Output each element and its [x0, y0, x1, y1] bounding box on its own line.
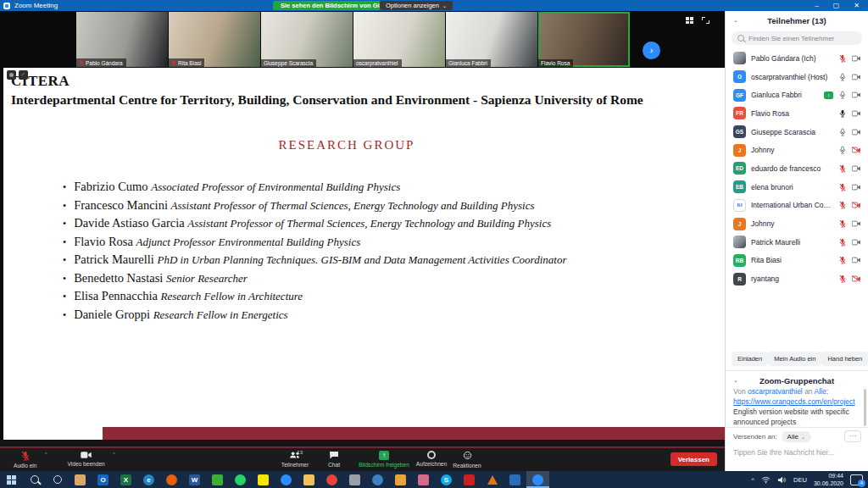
taskbar-app-chrome[interactable] — [320, 471, 343, 488]
chat-more-button[interactable]: ⋯ — [844, 430, 861, 442]
taskbar-app-sticky-notes[interactable] — [389, 471, 412, 488]
send-to-select[interactable]: Alle⌄ — [782, 431, 811, 442]
participant-row[interactable]: GF Gianluca Fabbri ↑ — [726, 86, 868, 104]
app-tile-icon — [372, 474, 383, 485]
maximize-button[interactable]: ▢ — [833, 0, 840, 11]
taskbar-app-kakaotalk[interactable] — [252, 471, 275, 488]
minimize-button[interactable]: – — [815, 0, 818, 11]
leave-button[interactable]: Verlassen — [670, 452, 717, 466]
taskbar-app-vlc[interactable] — [481, 471, 504, 488]
participant-row[interactable]: FR Flavio Rosa — [726, 104, 868, 123]
app-tile-icon — [532, 474, 543, 485]
video-tile[interactable]: Pablo Gándara — [76, 12, 168, 67]
taskbar-app-pdf[interactable] — [458, 471, 481, 488]
video-tile[interactable]: Giuseppe Scarascia — [261, 12, 353, 67]
taskbar-app-zoom[interactable] — [526, 471, 549, 488]
meeting-info-icon[interactable] — [7, 70, 16, 80]
taskbar-app-file-explorer[interactable] — [298, 471, 320, 488]
encryption-shield-icon[interactable]: ✓ — [19, 70, 28, 80]
collapse-chevron-icon[interactable]: ⌄ — [733, 17, 738, 24]
collapse-chevron-icon[interactable]: ⌄ — [733, 377, 738, 384]
taskbar-app-start[interactable] — [0, 471, 23, 488]
avatar: FR — [733, 107, 746, 119]
meeting-toolbar: ^ Audio ein ^ Video beenden — [0, 448, 725, 471]
taskbar-app-paint[interactable] — [412, 471, 435, 488]
app-tile-icon — [464, 474, 475, 485]
network-icon[interactable] — [761, 472, 771, 487]
chat-message-input[interactable]: Tippen Sie Ihre Nachricht hier... — [733, 448, 860, 457]
toolbar-button[interactable]: Reaktionen — [448, 448, 486, 471]
video-tile[interactable]: Flavio Rosa — [538, 12, 630, 67]
taskbar-app-skype[interactable]: S — [435, 471, 458, 488]
participant-row[interactable]: GS Giuseppe Scarascia — [726, 123, 868, 141]
taskbar-app-whatsapp[interactable] — [229, 471, 252, 488]
chat-scrollbar[interactable] — [864, 389, 866, 426]
participant-row[interactable]: RB Rita Biasi — [726, 252, 868, 270]
video-tile-label: Rita Biasi — [169, 58, 204, 67]
tray-chevron-icon[interactable]: ^ — [751, 476, 754, 484]
panel-action-button[interactable]: Hand heben — [821, 352, 868, 366]
participant-row[interactable]: ED eduardo de francesco — [726, 159, 868, 178]
mic-muted-icon — [839, 183, 846, 191]
toolbar-button[interactable]: Aufzeichnen — [415, 448, 448, 471]
fullscreen-icon[interactable] — [702, 17, 709, 24]
chevron-up-icon[interactable]: ^ — [113, 452, 115, 457]
window-titlebar: Zoom Meeting Sie sehen den Bildschirm vo… — [0, 0, 868, 11]
avatar — [733, 236, 746, 248]
participant-row[interactable]: J Johnny — [726, 141, 868, 159]
participant-row[interactable]: O oscarpratvanthiel (Host) — [726, 68, 868, 86]
taskbar-app-outlook[interactable]: O — [92, 471, 114, 488]
toolbar-button[interactable]: 13 Teilnehmer — [275, 448, 314, 471]
video-tile[interactable]: Rita Biasi — [169, 12, 260, 67]
options-button[interactable]: Optionen anzeigen⌄ — [380, 1, 453, 10]
participant-row[interactable]: J Johnny — [726, 214, 868, 233]
taskbar-app-excel[interactable]: X — [114, 471, 137, 488]
taskbar-app-edge[interactable]: e — [137, 471, 160, 488]
taskbar-app-gray-app[interactable] — [343, 471, 366, 488]
action-center-icon[interactable]: 4 — [850, 474, 863, 485]
camera-off-icon — [852, 275, 860, 282]
speaker-icon[interactable] — [777, 472, 787, 487]
gallery-view-icon[interactable] — [686, 17, 693, 24]
chevron-up-icon[interactable]: ^ — [45, 452, 47, 457]
toolbar-button[interactable]: ^ Audio ein — [14, 448, 37, 471]
toolbar-left-group: ^ Audio ein ^ Video beenden — [14, 448, 105, 471]
taskbar-app-cortana[interactable] — [46, 471, 69, 488]
app-tile-icon — [258, 474, 269, 485]
mic-muted-icon — [171, 59, 176, 66]
app-tile-icon: O — [97, 474, 108, 485]
participant-row[interactable]: IU International Urban Cooperation ... — [726, 197, 868, 215]
participant-row[interactable]: R ryantang — [726, 269, 868, 288]
taskbar-clock[interactable]: 09:44 30.06.2020 — [814, 472, 843, 487]
taskbar-app-wechat[interactable] — [206, 471, 229, 488]
mic-active-icon — [839, 109, 846, 118]
reactions-icon — [463, 451, 472, 461]
participant-row[interactable]: EB elena brunori — [726, 178, 868, 197]
toolbar-button[interactable]: ↑ Bildschirm freigeben — [353, 448, 415, 471]
taskbar-app-firefox[interactable] — [160, 471, 183, 488]
app-tile-icon — [395, 474, 406, 485]
slide-letterbox — [0, 440, 725, 448]
video-tile[interactable]: Gianluca Fabbri — [446, 12, 537, 67]
taskbar-app-globe[interactable] — [366, 471, 389, 488]
video-tile[interactable]: oscarpratvanthiel — [353, 12, 445, 67]
participant-search-input[interactable]: Finden Sie einen Teilnehmer — [732, 31, 862, 45]
taskbar-app-word[interactable]: W — [183, 471, 206, 488]
next-page-button[interactable]: › — [643, 42, 660, 59]
taskbar-app-photos[interactable] — [504, 471, 526, 488]
taskbar-app-store[interactable] — [69, 471, 92, 488]
chat-link[interactable]: https://www.orangecds.com/en/project — [733, 397, 855, 406]
close-button[interactable]: ✕ — [854, 0, 860, 11]
taskbar-app-search[interactable] — [23, 471, 46, 488]
panel-action-button[interactable]: Mein Audio ein — [768, 352, 821, 366]
language-indicator[interactable]: DEU — [793, 476, 807, 484]
camera-off-icon — [852, 202, 860, 208]
participant-row[interactable]: Pablo Gándara (Ich) — [726, 49, 868, 68]
camera-icon — [852, 257, 860, 263]
participant-row[interactable]: Patrick Maurelli — [726, 233, 868, 252]
taskbar-app-blue-app[interactable] — [275, 471, 298, 488]
toolbar-button[interactable]: Chat — [314, 448, 353, 471]
research-member: Davide Astiaso Garcia Assistant Professo… — [75, 216, 725, 235]
panel-action-button[interactable]: Einladen — [732, 352, 768, 366]
toolbar-button[interactable]: ^ Video beenden — [68, 448, 105, 471]
